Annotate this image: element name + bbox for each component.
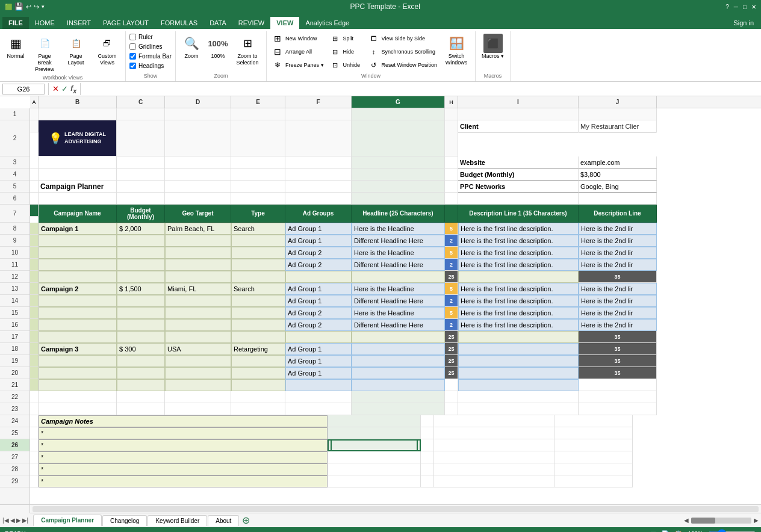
cell-H2[interactable] [445,120,458,156]
row-num-20[interactable]: 20 [0,367,30,379]
cell-J20-num[interactable]: 35 [579,367,657,379]
headings-checkbox-item[interactable]: Headings [129,61,172,70]
cell-C13-budget2[interactable]: $ 1,500 [117,283,165,295]
cell-J22[interactable] [579,391,657,403]
freeze-panes-button[interactable]: ❄ Freeze Panes ▾ [270,59,326,71]
cell-notes-bullet3[interactable]: * [39,451,328,463]
cell-C12[interactable] [117,271,165,283]
tab-page-layout[interactable]: PAGE LAYOUT [97,17,155,29]
ruler-checkbox-item[interactable]: Ruler [129,32,172,42]
custom-views-button[interactable]: 🗗 Custom Views [93,32,122,67]
cell-J6[interactable] [579,193,657,205]
cell-J27[interactable] [554,451,633,463]
cell-D18-geo3[interactable]: USA [165,343,231,355]
cell-J10-desc2[interactable]: Here is the 2nd lir [579,247,657,259]
cell-I12-total[interactable] [458,271,579,283]
cell-H23[interactable] [445,403,458,415]
cell-G14-headline[interactable]: Different Headline Here [352,295,445,307]
cell-D3[interactable] [165,156,231,169]
cell-B21[interactable] [39,379,117,391]
cell-G9-headline[interactable]: Different Headline Here [352,235,445,247]
cell-H15-num[interactable]: 5 [445,307,458,319]
page-layout-status-icon[interactable]: 📄 [661,530,669,533]
cell-J3-website-value[interactable]: example.com [579,156,657,169]
cell-E11[interactable] [231,259,285,271]
switch-windows-button[interactable]: 🪟 Switch Windows [441,32,471,67]
cell-G6[interactable] [352,193,445,205]
cell-I7-desc1-header[interactable]: Description Line 1 (35 Characters) [458,205,579,223]
cell-A10[interactable] [30,247,39,259]
cell-D19[interactable] [165,355,231,367]
cell-E19[interactable] [231,355,285,367]
cell-G2[interactable] [352,120,445,156]
cell-H10-num[interactable]: 5 [445,247,458,259]
cell-I25[interactable] [434,427,554,439]
sheet-prev-icon[interactable]: ◀ [10,517,15,524]
cell-A8[interactable] [30,223,39,235]
sheet-scrollbar[interactable] [691,518,751,524]
row-num-8[interactable]: 8 [0,223,30,235]
cell-A27[interactable] [30,451,39,463]
cell-notes-bullet1[interactable]: * [39,427,328,439]
cell-B13-campaign2[interactable]: Campaign 2 [39,283,117,295]
cell-I20-desc1[interactable] [458,367,579,379]
cell-I14-desc1[interactable]: Here is the first line description. [458,295,579,307]
horizontal-scrollbar[interactable] [33,506,759,512]
cell-H29[interactable] [421,475,434,487]
cell-I4-budget-label[interactable]: Budget (Monthly) [458,169,579,181]
cell-F20-adgroup[interactable]: Ad Group 1 [285,367,352,379]
cell-D14[interactable] [165,295,231,307]
cell-D13-geo2[interactable]: Miami, FL [165,283,231,295]
sheet-tab-about[interactable]: About [208,515,239,526]
cell-G3[interactable] [352,156,445,169]
cell-C21[interactable] [117,379,165,391]
cell-J4-budget-value[interactable]: $3,800 [579,169,657,181]
col-header-I[interactable]: I [458,96,579,108]
cell-E15[interactable] [231,307,285,319]
cell-G20[interactable] [352,367,445,379]
cell-B5[interactable]: Campaign Planner [39,181,117,193]
cell-H1[interactable] [445,108,458,120]
cell-E7-type-header[interactable]: Type [231,205,285,223]
tab-view[interactable]: VIEW [270,17,299,29]
cell-H11-num[interactable]: 2 [445,259,458,271]
cell-G15-headline[interactable]: Here is the Headline [352,307,445,319]
cell-F21[interactable] [285,379,352,391]
cell-G10-headline[interactable]: Here is the Headline [352,247,445,259]
cell-I15-desc1[interactable]: Here is the first line description. [458,307,579,319]
row-num-10[interactable]: 10 [0,247,30,259]
cell-H26[interactable] [421,439,434,451]
add-sheet-icon[interactable]: ⊕ [242,515,250,526]
cell-B18-campaign3[interactable]: Campaign 3 [39,343,117,355]
cell-G28[interactable] [328,463,421,475]
cell-B3[interactable] [39,156,117,169]
cell-F9-adgroup[interactable]: Ad Group 1 [285,235,352,247]
cell-A9[interactable] [30,235,39,247]
cell-F7-adgroups-header[interactable]: Ad Groups [285,205,352,223]
cell-D7-geo-header[interactable]: Geo Target [165,205,231,223]
cell-H19-num[interactable]: 25 [445,355,458,367]
cell-E1[interactable] [231,108,285,120]
cell-H8-num1[interactable]: 5 [445,223,458,235]
cell-G19[interactable] [352,355,445,367]
cell-C5[interactable] [117,181,165,193]
row-num-19[interactable]: 19 [0,355,30,367]
cell-H20-num[interactable]: 25 [445,367,458,379]
cell-C10[interactable] [117,247,165,259]
cell-D6[interactable] [165,193,231,205]
save-icon[interactable]: 💾 [14,2,23,11]
row-num-12[interactable]: 12 [0,271,30,283]
cell-D5[interactable] [165,181,231,193]
cell-F6[interactable] [285,193,352,205]
col-header-F[interactable]: F [285,96,352,108]
cell-A22[interactable] [30,391,39,403]
cell-I18-desc1[interactable] [458,343,579,355]
cell-H12-total[interactable]: 25 [445,271,458,283]
cell-F14-adgroup[interactable]: Ad Group 1 [285,295,352,307]
cell-H24[interactable] [421,415,434,427]
cell-A26[interactable] [30,439,39,451]
cancel-formula-icon[interactable]: ✕ [52,84,59,93]
cell-E13-type2[interactable]: Search [231,283,285,295]
row-num-21[interactable]: 21 [0,379,30,391]
tab-file[interactable]: FILE [2,17,29,29]
